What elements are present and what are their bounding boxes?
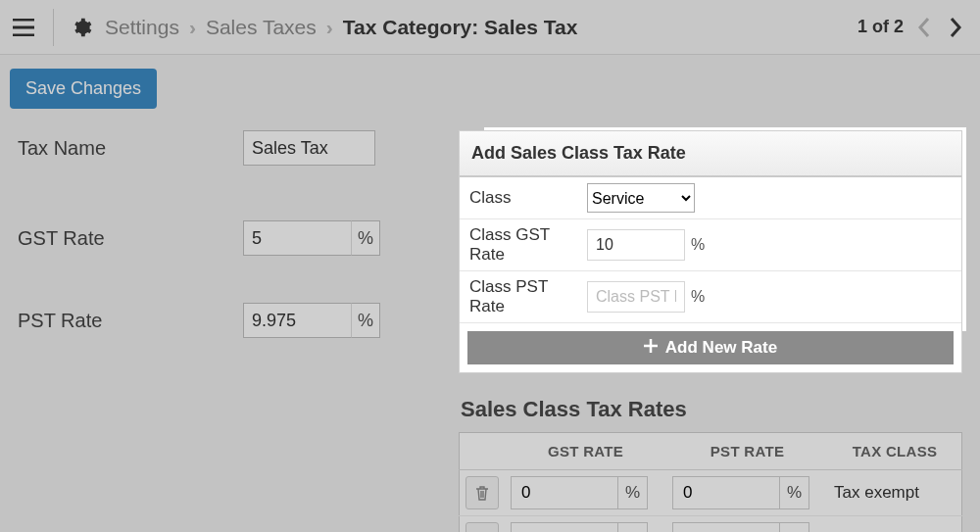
tax-name-label: Tax Name	[18, 137, 243, 160]
class-select[interactable]: Service	[587, 183, 695, 213]
percent-suffix: %	[780, 476, 809, 509]
row-class: GST exempt	[828, 516, 962, 533]
delete-row-button[interactable]	[466, 522, 499, 532]
percent-suffix: %	[685, 281, 710, 313]
class-gst-label: Class GST Rate	[469, 225, 587, 265]
breadcrumb-current: Tax Category: Sales Tax	[343, 16, 578, 39]
gear-icon	[70, 16, 93, 39]
delete-row-button[interactable]	[466, 476, 499, 509]
add-class-rate-panel: Add Sales Class Tax Rate Class Service C…	[459, 130, 962, 373]
table-row: % % Tax exempt	[460, 470, 962, 516]
percent-suffix: %	[618, 522, 648, 532]
rates-table: GST RATE PST RATE TAX CLASS	[459, 432, 962, 532]
add-new-rate-button[interactable]: Add New Rate	[467, 331, 954, 364]
divider	[53, 9, 54, 46]
tax-name-input[interactable]	[243, 130, 375, 166]
chevron-right-icon: ›	[189, 16, 196, 39]
gst-rate-input[interactable]	[243, 220, 351, 256]
col-class: TAX CLASS	[828, 433, 962, 470]
page-indicator: 1 of 2	[858, 17, 904, 37]
row-gst-input[interactable]	[511, 522, 618, 532]
prev-button[interactable]	[913, 17, 935, 38]
add-new-rate-label: Add New Rate	[665, 338, 777, 358]
percent-suffix: %	[351, 220, 380, 256]
save-button[interactable]: Save Changes	[10, 69, 157, 109]
plus-icon	[644, 338, 658, 358]
class-pst-input[interactable]	[587, 281, 685, 313]
percent-suffix: %	[685, 229, 710, 261]
class-pst-label: Class PST Rate	[469, 277, 587, 316]
next-button[interactable]	[945, 17, 966, 38]
row-pst-input[interactable]	[672, 522, 780, 532]
menu-button[interactable]	[10, 14, 37, 41]
gst-rate-label: GST Rate	[18, 227, 243, 250]
row-gst-input[interactable]	[511, 476, 618, 509]
rates-title: Sales Class Tax Rates	[461, 397, 962, 422]
chevron-right-icon: ›	[326, 16, 333, 39]
pst-rate-label: PST Rate	[18, 310, 243, 332]
panel-title: Add Sales Class Tax Rate	[460, 131, 961, 177]
table-row: % % GST exempt	[460, 516, 962, 533]
row-class: Tax exempt	[828, 470, 962, 516]
percent-suffix: %	[780, 522, 809, 532]
breadcrumb: Settings › Sales Taxes › Tax Category: S…	[105, 16, 577, 39]
col-gst: GST RATE	[505, 433, 666, 470]
percent-suffix: %	[351, 303, 380, 338]
col-pst: PST RATE	[666, 433, 828, 470]
breadcrumb-sales-taxes[interactable]: Sales Taxes	[206, 16, 317, 39]
breadcrumb-settings[interactable]: Settings	[105, 16, 179, 39]
pst-rate-input[interactable]	[243, 303, 351, 338]
class-label: Class	[469, 188, 587, 208]
class-gst-input[interactable]	[587, 229, 685, 261]
row-pst-input[interactable]	[672, 476, 780, 509]
percent-suffix: %	[618, 476, 648, 509]
